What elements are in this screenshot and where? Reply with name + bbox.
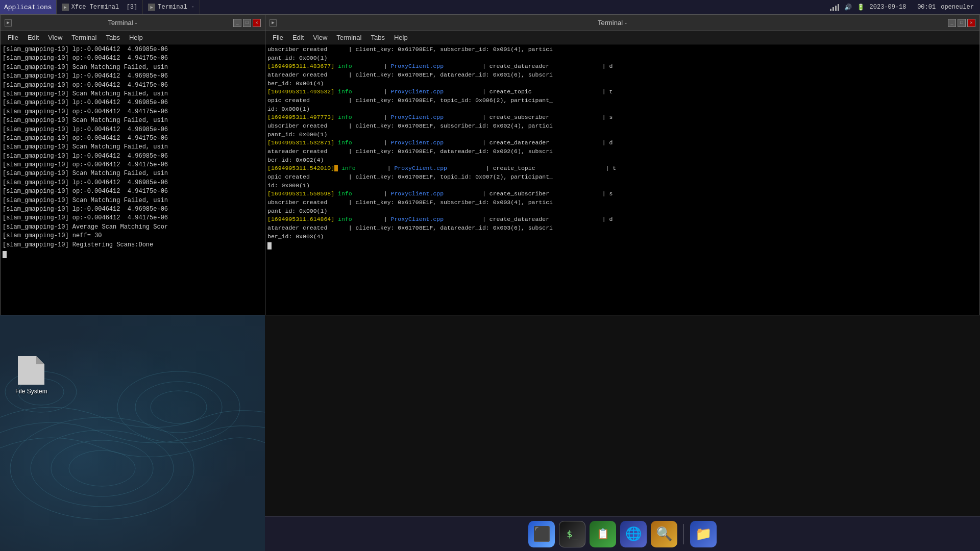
log-line: ber_id: 0x003(4)	[267, 233, 977, 241]
volume-icon[interactable]: 🔊	[844, 4, 852, 11]
log-line: [slam_gmapping-10] op:-0.0046412 4.94175…	[3, 214, 263, 222]
text-editor-icon: 📋	[597, 528, 609, 540]
cursor-block-right	[267, 242, 272, 249]
menu-view-left[interactable]: View	[44, 33, 66, 42]
files-icon: ⬛	[533, 525, 551, 543]
terminal-titlebar-left: ▶ Terminal - _ □ ✕	[1, 15, 265, 31]
log-line: [slam_gmapping-10] lp:-0.0046412 4.96985…	[3, 126, 263, 134]
terminal-dock-icon: $_	[567, 529, 578, 539]
terminal-titlebar-right: ▶ Terminal - _ □ ✕	[265, 15, 979, 31]
browser-icon: 🌐	[625, 526, 642, 542]
minimize-btn-left[interactable]: _	[233, 19, 241, 27]
svg-point-5	[135, 382, 222, 433]
log-line: ubscriber created | client_key: 0x61708E…	[267, 45, 977, 54]
close-btn-left[interactable]: ✕	[253, 19, 261, 27]
svg-point-6	[151, 391, 207, 423]
terminal-title-icon-left: ▶	[5, 19, 12, 27]
log-line: [slam_gmapping-10] Registering Scans:Don…	[3, 241, 263, 249]
log-line: opic created | client_key: 0x61708E1F, t…	[267, 96, 977, 105]
terminal-cursor-line-right	[267, 241, 977, 249]
menu-tabs-right[interactable]: Tabs	[366, 33, 388, 42]
log-line: [slam_gmapping-10] lp:-0.0046412 4.96985…	[3, 179, 263, 187]
cursor-block	[3, 251, 7, 258]
search-dock-icon: 🔍	[656, 526, 672, 542]
menu-help-left[interactable]: Help	[125, 33, 147, 42]
log-line: ubscriber created | client_key: 0x61708E…	[267, 198, 977, 207]
menu-tabs-left[interactable]: Tabs	[102, 33, 124, 42]
log-line: [slam_gmapping-10] Scan Matching Failed,…	[3, 169, 263, 178]
dock-separator	[683, 524, 684, 544]
wm-buttons-right: _ □ ✕	[948, 19, 975, 27]
right-bottom-area	[265, 315, 980, 551]
dock-item-files[interactable]: ⬛	[528, 521, 555, 547]
log-line: [slam_gmapping-10] Scan Matching Failed,…	[3, 116, 263, 125]
menu-edit-left[interactable]: Edit	[23, 33, 43, 42]
file-icon-shape	[18, 356, 44, 385]
menu-terminal-right[interactable]: Terminal	[332, 33, 365, 42]
signal-icon	[830, 4, 839, 11]
log-line: [slam_gmapping-10] Scan Matching Failed,…	[3, 143, 263, 152]
dock: ⬛ $_ 📋 🌐 🔍 📁	[265, 516, 980, 551]
menu-file-left[interactable]: File	[4, 33, 22, 42]
dock-item-folder[interactable]: 📁	[690, 521, 717, 547]
menu-file-right[interactable]: File	[268, 33, 287, 42]
desktop-background	[0, 315, 265, 551]
log-line: pant_id: 0x000(1)	[267, 54, 977, 63]
menu-edit-right[interactable]: Edit	[288, 33, 308, 42]
terminal-icon-small2: ▶	[148, 4, 155, 11]
dock-item-browser[interactable]: 🌐	[620, 521, 647, 547]
dock-item-text-editor[interactable]: 📋	[590, 521, 616, 547]
terminal-icon-small: ▶	[62, 4, 69, 11]
menu-view-right[interactable]: View	[309, 33, 331, 42]
window-button-terminal1[interactable]: ▶ Xfce Terminal [3]	[57, 0, 143, 14]
svg-point-0	[10, 417, 194, 519]
maximize-btn-right[interactable]: □	[958, 19, 966, 27]
log-line: pant_id: 0x000(1)	[267, 131, 977, 139]
log-line: opic created | client_key: 0x61708E1F, t…	[267, 173, 977, 182]
dock-item-terminal[interactable]: $_	[559, 521, 585, 547]
svg-point-2	[51, 440, 153, 496]
file-system-label: File System	[15, 388, 47, 395]
log-line: ubscriber created | client_key: 0x61708E…	[267, 122, 977, 131]
log-line: [slam_gmapping-10] lp:-0.0046412 4.96985…	[3, 72, 263, 81]
menu-terminal-left[interactable]: Terminal	[67, 33, 101, 42]
terminal-title-text-left: Terminal -	[15, 19, 230, 27]
taskbar-top: Applications ▶ Xfce Terminal [3] ▶ Termi…	[0, 0, 980, 14]
window-title-1: Xfce Terminal [3]	[71, 4, 138, 11]
svg-point-1	[31, 430, 174, 507]
file-system-icon[interactable]: File System	[15, 356, 47, 395]
menu-help-right[interactable]: Help	[390, 33, 412, 42]
terminal-title-text-right: Terminal -	[280, 19, 945, 27]
datetime: 2023-09-18 00:01	[870, 4, 936, 11]
window-button-terminal2[interactable]: ▶ Terminal -	[143, 0, 200, 14]
log-line: [slam_gmapping-10] Scan Matching Failed,…	[3, 196, 263, 205]
terminal-window-left: ▶ Terminal - _ □ ✕ File Edit View Termin…	[0, 14, 265, 315]
terminal-menubar-left: File Edit View Terminal Tabs Help	[1, 31, 265, 44]
applications-label: Applications	[4, 4, 52, 11]
log-line: [slam_gmapping-10] op:-0.0046412 4.94175…	[3, 81, 263, 90]
minimize-btn-right[interactable]: _	[948, 19, 956, 27]
log-line: atareader created | client_key: 0x61708E…	[267, 147, 977, 156]
close-btn-right[interactable]: ✕	[967, 19, 975, 27]
maximize-btn-left[interactable]: □	[243, 19, 251, 27]
log-line: [slam_gmapping-10] lp:-0.0046412 4.96985…	[3, 152, 263, 161]
log-line: [slam_gmapping-10] Average Scan Matching…	[3, 223, 263, 232]
terminal-content-right[interactable]: ubscriber created | client_key: 0x61708E…	[265, 44, 979, 315]
log-line: [slam_gmapping-10] neff= 30	[3, 232, 263, 240]
dock-item-search[interactable]: 🔍	[651, 521, 677, 547]
log-line: atareader created | client_key: 0x61708E…	[267, 224, 977, 233]
log-line: [1694995311.532871] info | ProxyClient.c…	[267, 139, 977, 147]
topo-decoration	[0, 315, 265, 551]
log-line: [slam_gmapping-10] op:-0.0046412 4.94175…	[3, 134, 263, 143]
terminal-cursor-line	[3, 249, 263, 258]
folder-dock-icon: 📁	[695, 526, 712, 542]
log-line: [1694995311.493532] info | ProxyClient.c…	[267, 88, 977, 96]
desktop-area: File System	[0, 315, 265, 551]
window-title-2: Terminal -	[158, 4, 194, 11]
log-line: [slam_gmapping-10] lp:-0.0046412 4.96985…	[3, 98, 263, 107]
terminal-content-left[interactable]: [slam_gmapping-10] lp:-0.0046412 4.96985…	[1, 44, 265, 315]
battery-icon: 🔋	[857, 4, 865, 11]
applications-menu[interactable]: Applications	[0, 0, 57, 14]
log-line: [slam_gmapping-10] lp:-0.0046412 4.96985…	[3, 45, 263, 54]
svg-point-4	[117, 371, 240, 443]
